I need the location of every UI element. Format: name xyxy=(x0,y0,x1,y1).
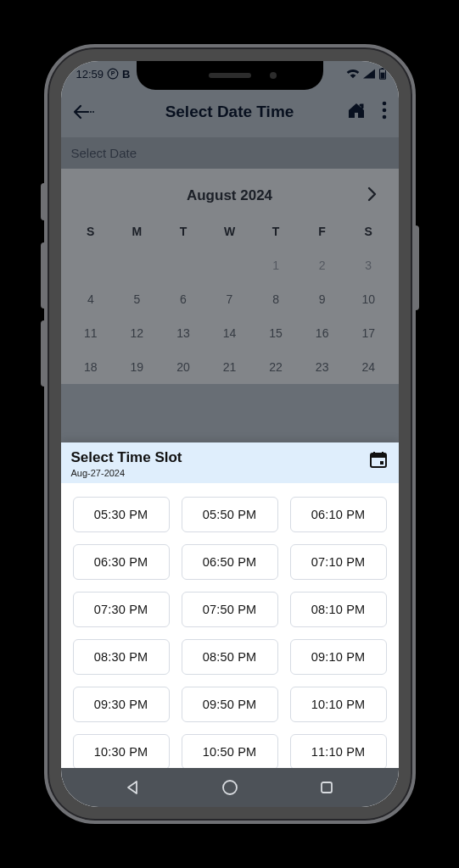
chevron-right-icon xyxy=(367,186,377,202)
svg-rect-16 xyxy=(322,782,332,793)
time-slot[interactable]: 06:10 PM xyxy=(290,497,387,532)
calendar-dow: F xyxy=(299,218,345,248)
time-slot[interactable]: 08:30 PM xyxy=(73,639,170,675)
time-slot[interactable]: 05:50 PM xyxy=(182,497,278,532)
time-slot[interactable]: 10:30 PM xyxy=(73,734,170,770)
section-select-date: Select Date xyxy=(61,137,399,169)
calendar-day[interactable]: 8 xyxy=(253,282,299,316)
time-slots-grid: 05:30 PM05:50 PM06:10 PM06:30 PM06:50 PM… xyxy=(61,483,399,782)
calendar-day[interactable]: 2 xyxy=(299,248,345,282)
svg-rect-3 xyxy=(381,68,383,69)
time-slot[interactable]: 08:50 PM xyxy=(182,639,278,675)
calendar-day[interactable]: 13 xyxy=(160,316,207,350)
calendar-day[interactable]: 3 xyxy=(345,248,392,282)
calendar-day xyxy=(114,248,160,282)
calendar-day[interactable]: 17 xyxy=(345,316,392,350)
app-header: Select Date Time xyxy=(61,86,399,137)
signal-icon xyxy=(363,69,375,79)
phone-side-button xyxy=(41,183,48,220)
phone-side-button xyxy=(41,320,48,387)
nav-back-button[interactable] xyxy=(107,775,158,800)
svg-point-7 xyxy=(382,102,386,106)
calendar-day[interactable]: 12 xyxy=(114,316,160,350)
calendar-dow: T xyxy=(253,218,299,248)
b-icon: B xyxy=(122,68,130,81)
svg-rect-11 xyxy=(371,453,386,458)
calendar-dow: W xyxy=(206,218,253,248)
phone-side-button xyxy=(41,242,48,309)
time-slot[interactable]: 06:50 PM xyxy=(182,544,278,580)
time-slot[interactable]: 10:50 PM xyxy=(182,734,278,770)
calendar-month-label: August 2024 xyxy=(187,187,272,204)
calendar-day[interactable]: 16 xyxy=(299,316,345,350)
time-slot[interactable]: 06:30 PM xyxy=(73,544,170,580)
p-icon: P xyxy=(107,68,119,80)
calendar-day[interactable]: 19 xyxy=(114,350,160,384)
svg-point-15 xyxy=(223,781,237,794)
time-slot[interactable]: 08:10 PM xyxy=(290,592,387,627)
calendar-day[interactable]: 20 xyxy=(160,350,207,384)
phone-notch xyxy=(137,61,323,90)
calendar-day[interactable]: 22 xyxy=(253,350,299,384)
svg-rect-4 xyxy=(380,73,384,79)
calendar-dow: M xyxy=(114,218,160,248)
calendar-day[interactable]: 9 xyxy=(299,282,345,316)
time-slot[interactable]: 11:10 PM xyxy=(290,734,387,770)
nav-home-button[interactable] xyxy=(204,775,255,800)
time-slot-sheet: Select Time Slot Aug-27-2024 05:30 PM05:… xyxy=(61,442,399,807)
calendar-day[interactable]: 21 xyxy=(206,350,253,384)
calendar-day[interactable]: 10 xyxy=(345,282,392,316)
nav-home-icon xyxy=(221,779,238,796)
phone-side-button xyxy=(412,225,419,310)
calendar-day[interactable]: 11 xyxy=(68,316,115,350)
more-button[interactable] xyxy=(382,101,387,123)
calendar: August 2024 SMTWTFS123456789101112131415… xyxy=(61,169,399,384)
nav-recent-button[interactable] xyxy=(301,775,352,800)
sheet-title: Select Time Slot xyxy=(71,449,182,466)
open-calendar-button[interactable] xyxy=(368,449,389,473)
calendar-dow: T xyxy=(160,218,207,248)
time-slot[interactable]: 09:10 PM xyxy=(290,639,387,675)
phone-frame: 12:59 P B Select Date Ti xyxy=(44,44,416,824)
nav-back-icon xyxy=(125,780,140,795)
time-slot[interactable]: 09:30 PM xyxy=(73,687,170,722)
calendar-day[interactable]: 1 xyxy=(253,248,299,282)
nav-recent-icon xyxy=(319,780,334,795)
phone-screen: 12:59 P B Select Date Ti xyxy=(61,61,399,807)
time-slot[interactable]: 07:50 PM xyxy=(182,592,278,627)
calendar-day[interactable]: 18 xyxy=(68,350,115,384)
calendar-day[interactable]: 14 xyxy=(206,316,253,350)
calendar-day[interactable]: 7 xyxy=(206,282,253,316)
svg-point-8 xyxy=(382,108,386,113)
calendar-day[interactable]: 4 xyxy=(68,282,115,316)
time-slot[interactable]: 09:50 PM xyxy=(182,687,278,722)
calendar-dow: S xyxy=(345,218,392,248)
calendar-day[interactable]: 23 xyxy=(299,350,345,384)
home-icon xyxy=(346,101,367,120)
svg-rect-12 xyxy=(380,461,383,465)
svg-text:P: P xyxy=(111,70,115,76)
battery-icon xyxy=(378,68,387,80)
calendar-day[interactable]: 15 xyxy=(253,316,299,350)
calendar-day xyxy=(206,248,253,282)
home-button[interactable] xyxy=(346,101,367,123)
status-time: 12:59 xyxy=(76,68,104,81)
calendar-day xyxy=(160,248,207,282)
calendar-day xyxy=(68,248,115,282)
svg-point-9 xyxy=(382,115,386,120)
calendar-next-button[interactable] xyxy=(367,186,377,206)
time-slot[interactable]: 07:30 PM xyxy=(73,592,170,627)
calendar-day[interactable]: 24 xyxy=(345,350,392,384)
calendar-day[interactable]: 5 xyxy=(114,282,160,316)
time-slot[interactable]: 07:10 PM xyxy=(290,544,387,580)
calendar-icon xyxy=(368,449,389,470)
wifi-icon xyxy=(346,69,360,79)
more-vert-icon xyxy=(382,101,387,120)
time-slot[interactable]: 05:30 PM xyxy=(73,497,170,532)
calendar-day[interactable]: 6 xyxy=(160,282,207,316)
android-nav-bar xyxy=(61,768,399,807)
calendar-dow: S xyxy=(68,218,115,248)
sheet-date: Aug-27-2024 xyxy=(71,468,182,478)
time-slot[interactable]: 10:10 PM xyxy=(290,687,387,722)
sheet-header: Select Time Slot Aug-27-2024 xyxy=(61,442,399,483)
